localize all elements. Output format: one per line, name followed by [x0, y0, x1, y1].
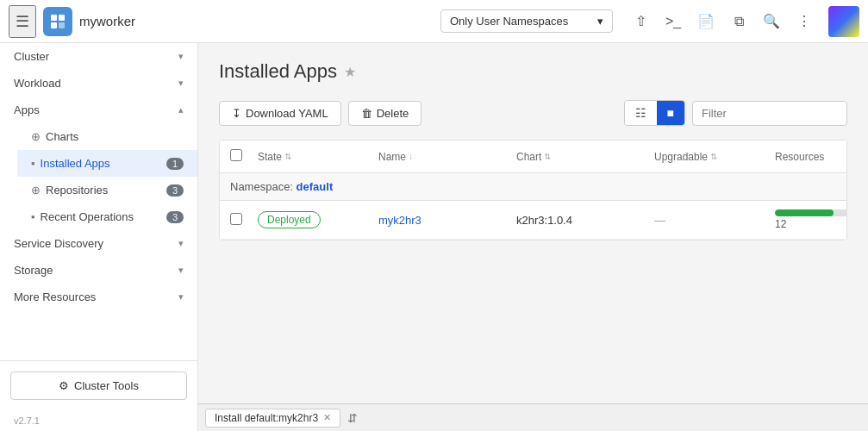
namespace-chevron: ▾: [597, 15, 603, 28]
more-resources-chevron: ▾: [178, 291, 184, 303]
main-content: Installed Apps ★ ↧ Download YAML 🗑 Delet…: [198, 43, 868, 431]
repositories-icon: ⊕: [31, 184, 41, 197]
star-icon[interactable]: ★: [344, 64, 356, 80]
repositories-label: Repositories: [46, 184, 108, 197]
charts-label: Charts: [46, 130, 78, 143]
list-view-button[interactable]: ☷: [625, 101, 657, 125]
row-checkbox[interactable]: [230, 213, 242, 225]
svg-rect-2: [51, 22, 57, 28]
name-sort-icon[interactable]: ↓: [409, 152, 413, 161]
more-icon[interactable]: ⋮: [790, 8, 818, 35]
sidebar-version: v2.7.1: [0, 410, 197, 431]
gear-icon: ⚙: [59, 379, 69, 392]
resources-count: 12: [775, 218, 786, 230]
chart-col-label: Chart: [516, 151, 541, 163]
resources-cell: 12: [775, 209, 847, 230]
topnav: ☰ myworker Only User Namespaces ▾ ⇧ >_ 📄…: [0, 0, 868, 43]
storage-chevron: ▾: [178, 265, 184, 276]
sidebar-item-installed-apps[interactable]: ▪ Installed Apps 1: [17, 150, 197, 177]
chart-cell: k2hr3:1.0.4: [516, 214, 654, 227]
namespace-selector[interactable]: Only User Namespaces ▾: [440, 9, 613, 33]
table-row: Deployed myk2hr3 k2hr3:1.0.4 — 12 3.4 mi…: [220, 201, 846, 240]
installed-apps-badge: 1: [166, 158, 184, 170]
svg-rect-0: [51, 15, 57, 21]
grid-view-button[interactable]: ■: [657, 101, 684, 125]
namespace-row: Namespace: default: [220, 173, 846, 201]
apps-label: Apps: [14, 103, 40, 116]
sidebar-item-repositories[interactable]: ⊕ Repositories 3: [17, 177, 197, 203]
app-name-link[interactable]: myk2hr3: [378, 214, 422, 227]
table-header: State⇅ Name↓ Chart⇅ Upgradable⇅ Resource…: [220, 141, 846, 173]
svg-rect-1: [59, 15, 65, 21]
tab-item[interactable]: Install default:myk2hr3 ✕: [205, 409, 340, 428]
bottom-bar: Install default:myk2hr3 ✕ ⇵: [198, 403, 868, 431]
trash-icon: 🗑: [361, 107, 372, 120]
namespace-label: Only User Namespaces: [450, 15, 568, 28]
sidebar-item-charts[interactable]: ⊕ Charts: [17, 123, 197, 150]
svg-rect-3: [59, 22, 65, 28]
tab-close-icon[interactable]: ✕: [323, 412, 331, 423]
tab-label: Install default:myk2hr3: [215, 412, 318, 424]
topnav-actions: ⇧ >_ 📄 ⧉ 🔍 ⋮: [627, 8, 818, 35]
sidebar-cluster-item[interactable]: Cluster ▾: [0, 43, 197, 70]
state-col-label: State: [258, 151, 282, 163]
sidebar: Cluster ▾ Workload ▾ Apps ▴ ⊕ Charts: [0, 43, 198, 431]
name-col-label: Name: [378, 151, 406, 163]
sidebar-workload-item[interactable]: Workload ▾: [0, 70, 197, 97]
repositories-badge: 3: [166, 184, 184, 197]
file-icon[interactable]: 📄: [692, 8, 720, 35]
app-name: myworker: [79, 14, 135, 28]
installed-apps-icon: ▪: [31, 157, 35, 170]
terminal-icon[interactable]: >_: [659, 8, 687, 35]
app-logo: [43, 7, 72, 36]
sidebar-apps-item[interactable]: Apps ▴: [0, 97, 197, 123]
page-title: Installed Apps: [219, 60, 337, 83]
select-all-checkbox[interactable]: [230, 149, 242, 161]
service-discovery-chevron: ▾: [178, 238, 184, 249]
recent-ops-icon: ▪: [31, 210, 35, 223]
resources-fill: [775, 209, 834, 216]
cluster-chevron: ▾: [178, 51, 184, 62]
service-discovery-label: Service Discovery: [14, 237, 103, 250]
sidebar-storage-item[interactable]: Storage ▾: [0, 257, 197, 284]
view-toggle: ☷ ■: [624, 100, 685, 126]
table-container: State⇅ Name↓ Chart⇅ Upgradable⇅ Resource…: [219, 140, 847, 240]
page-header: Installed Apps ★: [219, 60, 847, 83]
download-yaml-label: Download YAML: [246, 107, 328, 120]
delete-button[interactable]: 🗑 Delete: [348, 101, 422, 126]
copy-icon[interactable]: ⧉: [725, 8, 752, 35]
search-icon[interactable]: 🔍: [758, 8, 785, 35]
sidebar-more-resources-item[interactable]: More Resources ▾: [0, 284, 197, 310]
chart-sort-icon[interactable]: ⇅: [544, 152, 551, 161]
workload-label: Workload: [14, 77, 61, 90]
upgradable-col-label: Upgradable: [654, 151, 708, 163]
download-yaml-button[interactable]: ↧ Download YAML: [219, 101, 341, 126]
charts-icon: ⊕: [31, 130, 41, 143]
storage-label: Storage: [14, 264, 53, 277]
sidebar-service-discovery-item[interactable]: Service Discovery ▾: [0, 230, 197, 257]
upload-icon[interactable]: ⇧: [627, 8, 654, 35]
cluster-tools-label: Cluster Tools: [74, 379, 139, 392]
recent-ops-label: Recent Operations: [41, 210, 134, 223]
status-badge: Deployed: [258, 211, 321, 228]
bottom-arrow-icon[interactable]: ⇵: [347, 411, 358, 425]
resources-bar: [775, 209, 847, 216]
upgradable-cell: —: [654, 214, 775, 227]
installed-apps-label: Installed Apps: [41, 157, 110, 170]
hamburger-menu[interactable]: ☰: [9, 5, 36, 38]
filter-input[interactable]: [692, 101, 847, 126]
upgradable-sort-icon[interactable]: ⇅: [710, 152, 717, 161]
cluster-label: Cluster: [14, 50, 49, 63]
apps-chevron: ▴: [178, 104, 184, 116]
avatar[interactable]: [828, 6, 859, 37]
toolbar: ↧ Download YAML 🗑 Delete ☷ ■: [219, 100, 847, 126]
namespace-value: default: [297, 180, 334, 193]
recent-ops-badge: 3: [166, 211, 184, 223]
state-sort-icon[interactable]: ⇅: [284, 152, 291, 161]
sidebar-item-recent-operations[interactable]: ▪ Recent Operations 3: [17, 203, 197, 230]
download-icon: ↧: [232, 107, 241, 120]
cluster-tools-button[interactable]: ⚙ Cluster Tools: [10, 372, 187, 400]
more-resources-label: More Resources: [14, 290, 96, 303]
delete-label: Delete: [377, 107, 409, 120]
resources-col-label: Resources: [775, 151, 824, 163]
